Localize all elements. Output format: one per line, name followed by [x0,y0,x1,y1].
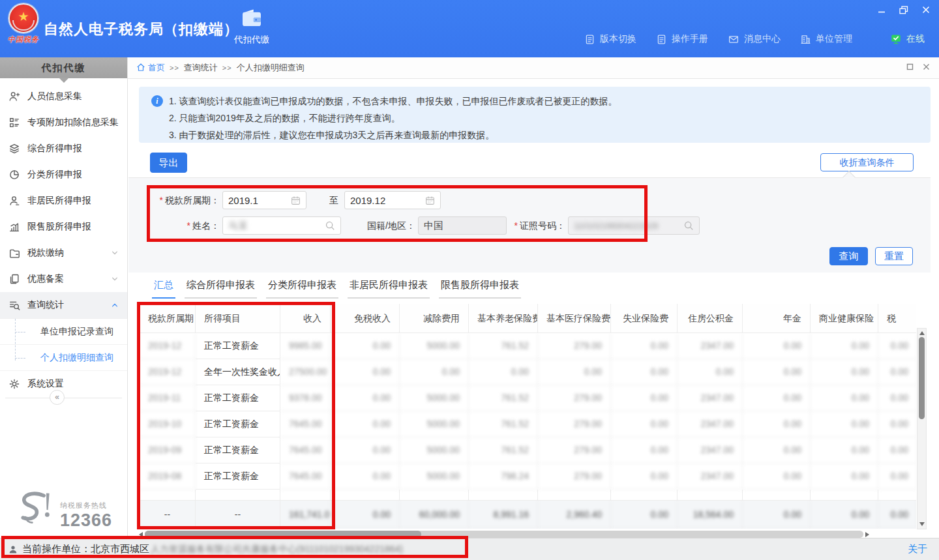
reset-button[interactable]: 重置 [875,247,913,265]
cell-value: 279.00 [538,411,611,437]
horizontal-scrollbar[interactable] [139,531,869,538]
minimize-button[interactable] [876,5,887,14]
pane-close-icon[interactable] [923,63,930,70]
nationality-input[interactable]: 中国 [418,216,507,235]
sidebar-item-查询统计[interactable]: 查询统计 [0,292,127,318]
chevron-up-icon [111,301,119,309]
sidebar-item-优惠备案[interactable]: 优惠备案 [0,266,127,292]
period-to-input[interactable]: 2019.12 [344,191,441,209]
table-row[interactable]: 2019-12正常工资薪金9985.000.005000.00761.52279… [140,333,916,359]
online-status[interactable]: 在线 [890,33,925,45]
sidebar-subitem-单位申报记录查询[interactable]: 单位申报记录查询 [0,319,127,345]
sidebar-item-非居民所得申报[interactable]: 非居民所得申报 [0,188,127,214]
nav-item-单位管理[interactable]: 单位管理 [800,33,852,45]
search-icon [325,220,335,231]
scroll-up-arrow[interactable] [919,331,925,335]
cell-value: 0.00 [611,411,678,437]
current-unit-value: 北京市西城区 [91,543,149,555]
sidebar-item-人员信息采集[interactable]: 人员信息采集 [0,83,127,110]
period-from-input[interactable]: 2019.1 [222,191,306,209]
breadcrumb: 首页 >> 查询统计 >> 个人扣缴明细查询 [128,57,939,79]
breadcrumb-separator: >> [222,64,232,72]
summary-cell: 0.00 [611,501,678,529]
scroll-left-arrow[interactable] [139,532,143,537]
table-row[interactable]: 2019-08正常工资薪金7645.000.005000.00798.24279… [140,464,916,490]
cell-value: 0.00 [331,437,400,464]
sidebar-item-综合所得申报[interactable]: 综合所得申报 [0,136,127,162]
cell-value: 0.00 [331,411,400,437]
tab-限售股所得申报表[interactable]: 限售股所得申报表 [439,279,521,299]
cell-value: 27500.00 [280,359,331,385]
wallet-icon [8,247,21,259]
app-header: 中国税务 自然人电子税务局（扣缴端） 代扣代缴 版本切换 操作手册 消息中心 单… [0,0,939,57]
sidebar-collapse-button[interactable]: « [50,390,65,405]
summary-cell: 161,741.00 [280,501,331,529]
table-summary-row: ----161,741.000.0060,000.008,991.162,960… [140,501,916,529]
cell [400,490,469,501]
pane-maximize-icon[interactable] [906,63,914,70]
submenu: 单位申报记录查询个人扣缴明细查询 [0,318,127,371]
panel-caret [842,171,856,184]
vertical-scroll-thumb[interactable] [919,337,925,419]
redacted-unit-detail: 人力资源服务有限公司共康服务中心(91110102199304221864) [151,544,403,555]
about-link[interactable]: 关于 [908,543,927,555]
breadcrumb-item-current: 个人扣缴明细查询 [237,62,305,74]
table-row[interactable]: 2019-10正常工资薪金7645.000.005000.00761.52279… [140,411,916,437]
current-unit-prefix: 当前操作单位： [22,543,91,555]
collapse-query-button[interactable]: 收折查询条件 [820,153,914,171]
tab-汇总[interactable]: 汇总 [152,279,175,299]
nav-item-版本切换[interactable]: 版本切换 [584,33,636,45]
table-row[interactable]: 2019-11正常工资薪金9378.000.005000.00761.52279… [140,385,916,411]
cell-value: 279.00 [538,464,611,490]
horizontal-scroll-thumb[interactable] [145,531,421,538]
restore-button[interactable] [899,5,909,14]
required-asterisk: * [514,220,518,231]
close-button[interactable] [921,5,931,14]
sidebar-item-限售股所得申报[interactable]: 限售股所得申报 [0,214,127,240]
sidebar-menu: 人员信息采集 专项附加扣除信息采集 综合所得申报 分类所得申报 非居民所得申报 … [0,83,127,397]
nav-item-操作手册[interactable]: 操作手册 [656,33,708,45]
table-row[interactable]: 2019-09正常工资薪金7645.000.005000.00761.52279… [140,437,916,464]
chevron-down-icon [111,275,119,283]
module-tab-withholding[interactable]: 代扣代缴 [224,8,279,46]
cell [331,490,400,501]
summary-cell: 60,000.00 [400,501,469,529]
breadcrumb-home-link[interactable]: 首页 [136,62,165,74]
nav-item-消息中心[interactable]: 消息中心 [728,33,781,45]
column-header-免税收入: 免税收入 [331,304,400,333]
top-nav: 版本切换 操作手册 消息中心 单位管理 在线 [584,33,925,45]
column-header-基本养老保险费: 基本养老保险费 [469,304,538,333]
vertical-scrollbar[interactable] [917,328,927,529]
scroll-right-arrow[interactable] [865,532,869,537]
sidebar-subitem-个人扣缴明细查询[interactable]: 个人扣缴明细查询 [0,345,127,371]
cell-value: 0.00 [878,359,916,385]
summary-cell: 0.00 [878,501,916,529]
mail-icon [728,34,739,45]
table-row[interactable]: 2019-12全年一次性奖金收入27500.000.000.000.000.00… [140,359,916,385]
export-button[interactable]: 导出 [150,153,187,173]
scroll-down-arrow[interactable] [919,522,925,526]
sidebar-item-分类所得申报[interactable]: 分类所得申报 [0,162,127,188]
summary-cell: -- [196,501,280,529]
cell-value: 0.00 [743,333,811,359]
sidebar-collapse-row: « [0,398,127,398]
bar-chart-icon [8,221,21,233]
home-icon [136,63,145,74]
cell-value: 279.00 [538,385,611,411]
notice-line: 3. 由于数据处理的滞后性，建议您在申报成功3天之后再来查询最新的申报数据。 [169,126,618,143]
tab-分类所得申报表[interactable]: 分类所得申报表 [266,279,338,299]
table-row-partial[interactable]: .. [140,490,916,501]
id-number-input[interactable]: 110102199304221529 [568,216,700,235]
summary-cell: 2,960.40 [538,501,611,529]
module-tab-label: 代扣代缴 [224,34,279,46]
cell-value: 0.00 [331,359,400,385]
user-icon [8,545,18,554]
query-button[interactable]: 查询 [829,247,868,265]
name-input[interactable]: 马某 [222,216,341,235]
cell-value: 0.00 [743,359,811,385]
app-window: 中国税务 自然人电子税务局（扣缴端） 代扣代缴 版本切换 操作手册 消息中心 单… [0,0,939,560]
tab-综合所得申报表[interactable]: 综合所得申报表 [185,279,257,299]
sidebar-item-专项附加扣除信息采集[interactable]: 专项附加扣除信息采集 [0,110,127,136]
tab-非居民所得申报表[interactable]: 非居民所得申报表 [348,279,430,299]
sidebar-item-税款缴纳[interactable]: 税款缴纳 [0,240,127,266]
